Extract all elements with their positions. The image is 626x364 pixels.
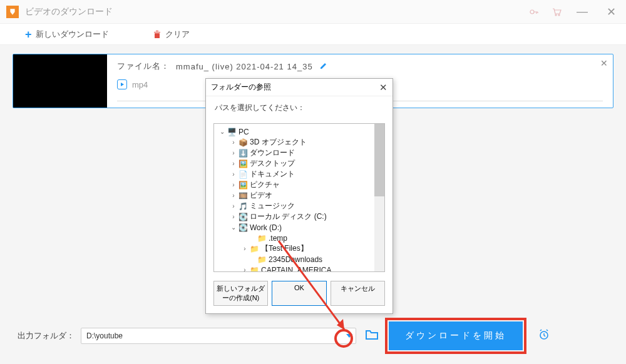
tree-node-temp[interactable]: 📁.temp xyxy=(214,233,384,243)
toolbar: + 新しいダウンロード クリア xyxy=(0,24,626,45)
tree-node-pictures[interactable]: ›🖼️ピクチャ xyxy=(214,179,384,190)
disk-icon: 💽 xyxy=(238,213,248,221)
folder-icon: 📁 xyxy=(249,245,259,253)
dialog-title-text: フォルダーの参照 xyxy=(211,82,271,93)
dialog-titlebar: フォルダーの参照 ✕ xyxy=(206,79,393,96)
tree-node-pc[interactable]: ⌄🖥️PC xyxy=(214,126,384,137)
thumbnail xyxy=(13,54,107,108)
format-icon xyxy=(117,79,127,89)
chevron-right-icon[interactable]: › xyxy=(229,192,238,199)
new-folder-button[interactable]: 新しいフォルダーの作成(N) xyxy=(213,281,268,306)
key-icon[interactable] xyxy=(528,6,540,18)
tree-node-downloads[interactable]: ›⬇️ダウンロード xyxy=(214,148,384,158)
caret-down-icon xyxy=(346,334,352,338)
tree-node-2345[interactable]: 📁2345Downloads xyxy=(214,254,384,265)
annotation-highlight-box: ダウンロードを開始 xyxy=(385,318,526,354)
format-value: mp4 xyxy=(132,80,148,89)
filename-value: mmafu_ (live) 2021-04-21 14_35 xyxy=(176,62,313,71)
schedule-button[interactable] xyxy=(538,328,550,343)
cart-icon[interactable] xyxy=(551,6,562,18)
folder-browse-dialog: フォルダーの参照 ✕ パスを選択してください： ⌄🖥️PC ›📦3D オブジェク… xyxy=(205,78,393,314)
pictures-icon: 🖼️ xyxy=(238,181,248,190)
filename-label: ファイル名： xyxy=(117,61,170,72)
folder-tree[interactable]: ⌄🖥️PC ›📦3D オブジェクト ›⬇️ダウンロード ›🖼️デスクトップ ›📄… xyxy=(213,123,385,272)
ok-button[interactable]: OK xyxy=(272,281,326,306)
chevron-right-icon[interactable]: › xyxy=(229,203,238,210)
chevron-right-icon[interactable]: › xyxy=(229,181,238,188)
downloads-icon: ⬇️ xyxy=(238,149,248,158)
chevron-right-icon[interactable]: › xyxy=(240,245,249,252)
tree-node-documents[interactable]: ›📄ドキュメント xyxy=(214,169,384,179)
remove-item-button[interactable]: ✕ xyxy=(600,58,608,68)
edit-filename-button[interactable] xyxy=(319,61,328,72)
new-download-button[interactable]: + 新しいダウンロード xyxy=(25,29,109,40)
folder-icon: 📁 xyxy=(257,234,267,243)
disk-icon: 💽 xyxy=(238,223,248,232)
svg-point-0 xyxy=(530,10,534,14)
trash-icon xyxy=(153,30,162,39)
chevron-right-icon[interactable]: › xyxy=(240,266,249,272)
svg-point-2 xyxy=(558,14,560,16)
app-icon xyxy=(6,6,19,18)
tree-node-desktop[interactable]: ›🖼️デスクトップ xyxy=(214,158,384,169)
app-title: ビデオのダウンロード xyxy=(25,6,113,18)
chevron-right-icon[interactable]: › xyxy=(229,171,238,178)
documents-icon: 📄 xyxy=(238,170,248,179)
cancel-button[interactable]: キャンセル xyxy=(331,281,385,306)
path-dropdown-button[interactable] xyxy=(343,328,356,343)
folder-icon: 📁 xyxy=(249,266,259,273)
chevron-down-icon[interactable]: ⌄ xyxy=(229,224,238,231)
tree-node-videos[interactable]: ›🎞️ビデオ xyxy=(214,190,384,201)
tree-node-music[interactable]: ›🎵ミュージック xyxy=(214,201,384,211)
dialog-subtitle: パスを選択してください： xyxy=(206,96,393,119)
folder-icon: 📁 xyxy=(257,255,267,264)
tree-node-captain[interactable]: ›📁CAPTAIN_AMERICA xyxy=(214,265,384,272)
close-button[interactable]: ✕ xyxy=(602,5,620,19)
bottombar: 出力フォルダ： ダウンロードを開始 xyxy=(0,318,626,354)
chevron-right-icon[interactable]: › xyxy=(229,139,238,146)
desktop-icon: 🖼️ xyxy=(238,159,248,168)
tree-node-testfiles[interactable]: ›📁【Test Files】 xyxy=(214,243,384,254)
tree-node-local-c[interactable]: ›💽ローカル ディスク (C:) xyxy=(214,211,384,222)
clear-button[interactable]: クリア xyxy=(153,29,190,40)
titlebar: ビデオのダウンロード — ✕ xyxy=(0,0,626,24)
videos-icon: 🎞️ xyxy=(238,191,248,200)
browse-folder-button[interactable] xyxy=(365,329,379,343)
chevron-right-icon[interactable]: › xyxy=(229,213,238,220)
start-download-button[interactable]: ダウンロードを開始 xyxy=(389,321,523,350)
svg-point-1 xyxy=(555,14,557,16)
chevron-right-icon[interactable]: › xyxy=(229,149,238,156)
new-download-label: 新しいダウンロード xyxy=(36,29,109,40)
tree-node-3dobjects[interactable]: ›📦3D オブジェクト xyxy=(214,137,384,148)
pc-icon: 🖥️ xyxy=(227,128,237,136)
dialog-close-button[interactable]: ✕ xyxy=(379,82,387,93)
output-folder-label: 出力フォルダ： xyxy=(18,330,74,341)
minimize-button[interactable]: — xyxy=(573,5,591,18)
objects3d-icon: 📦 xyxy=(238,138,248,147)
music-icon: 🎵 xyxy=(238,202,248,211)
clear-label: クリア xyxy=(165,29,190,40)
output-path-input[interactable] xyxy=(81,331,343,340)
chevron-down-icon[interactable]: ⌄ xyxy=(218,128,227,135)
tree-node-work-d[interactable]: ⌄💽Work (D:) xyxy=(214,222,384,233)
chevron-right-icon[interactable]: › xyxy=(229,160,238,167)
plus-icon: + xyxy=(25,29,32,40)
output-path-field[interactable] xyxy=(81,328,356,344)
scrollbar-thumb[interactable] xyxy=(374,124,384,196)
